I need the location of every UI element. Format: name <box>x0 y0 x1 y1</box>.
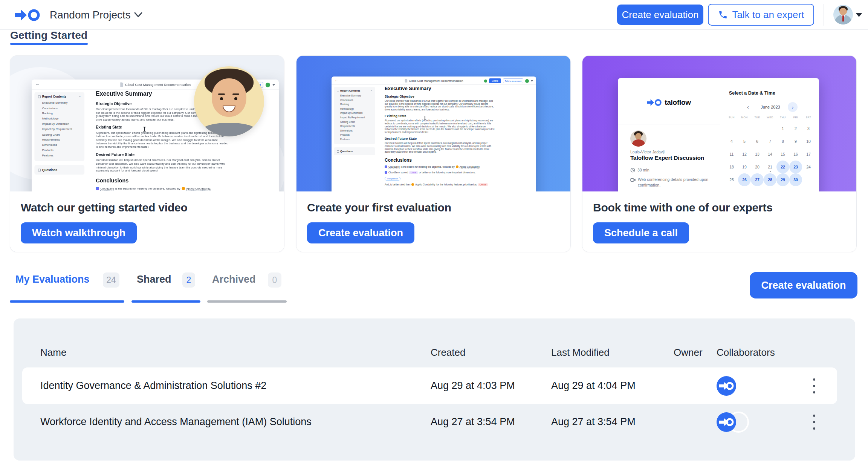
navbar-divider <box>824 4 824 26</box>
vendor-link: CloudZero <box>388 171 400 174</box>
collapse-icon: « <box>371 89 372 92</box>
calendar-weekday: TUE <box>751 116 764 119</box>
table-row[interactable]: Identity Governance & Administration Sol… <box>22 367 837 404</box>
questions-title: Questions <box>340 150 353 153</box>
calendar-weekday: MON <box>738 116 751 119</box>
report-contents-item: Impact By Dimension <box>38 121 81 126</box>
text-cursor <box>425 116 425 119</box>
bullet-text: is the best fit for meeting the objectiv… <box>401 165 455 168</box>
questions-title: Questions <box>42 168 57 171</box>
owner-avatar <box>717 412 736 432</box>
evaluation-thumbnail: ← Cloud Cost Management Recommendation S… <box>296 56 570 191</box>
tab-my-evaluations[interactable]: My Evaluations <box>15 274 90 285</box>
report-contents-item: Scoring Chart <box>38 132 81 137</box>
document-preview: ← Cloud Cost Management Recommendation S… <box>332 77 536 191</box>
talk-to-expert-mini-button: Talk to an expert <box>503 78 523 83</box>
shared-count-badge: 2 <box>182 272 195 288</box>
doc-subheading: Desired Future State <box>385 137 495 141</box>
calendar-day: 6 <box>751 135 764 148</box>
watch-walkthrough-button[interactable]: Watch walkthrough <box>21 222 137 243</box>
calendar-weekday: FRI <box>789 116 802 119</box>
calendar-day: 18 <box>725 161 738 173</box>
calendar-day: 17 <box>802 148 815 161</box>
getting-started-title: Getting Started <box>10 29 87 41</box>
text-cursor <box>144 127 145 132</box>
tab-archived[interactable]: Archived <box>212 274 256 285</box>
talk-to-expert-label: Talk to an expert <box>732 9 804 21</box>
calendar-day: 20 <box>751 161 764 173</box>
column-header-last-modified: Last Modified <box>551 347 610 358</box>
evaluation-name[interactable]: Identity Governance & Administration Sol… <box>40 367 266 404</box>
conferencing-note: Web conferencing details provided upon c… <box>630 177 710 188</box>
calendar-day: 11 <box>725 148 738 161</box>
collapse-icon: « <box>79 95 81 98</box>
taloflow-dashboard: Random Projects Create evaluation Talk t… <box>0 0 868 476</box>
user-avatar[interactable] <box>833 5 853 24</box>
select-date-time-title: Select a Date & Time <box>729 90 775 96</box>
report-contents-item: Conclusions <box>38 105 81 110</box>
event-title: Taloflow Expert Discussion <box>630 155 704 161</box>
doc-conclusions-heading: Conclusions <box>385 158 495 163</box>
getting-started-card-video[interactable]: ← Cloud Cost Management Recommendation S… <box>10 55 284 252</box>
report-contents-list: Executive SummaryConclusionsRankingMetho… <box>337 93 372 142</box>
taloflow-logo-icon <box>647 98 662 107</box>
report-contents-header: Report Contents « <box>38 95 81 98</box>
event-duration: 30 min <box>630 168 649 173</box>
duration-text: 30 min <box>637 168 649 172</box>
row-menu-kebab-icon[interactable] <box>813 415 816 430</box>
doc-subheading: Existing State <box>385 114 495 118</box>
row-menu-kebab-icon[interactable] <box>813 378 816 393</box>
presenter-brow <box>218 93 225 95</box>
calendar-grid: 1234567891011121314151617181920212223242… <box>725 122 815 186</box>
table-row[interactable]: Workforce Identity and Access Management… <box>22 404 837 440</box>
tab-shared[interactable]: Shared <box>137 274 171 285</box>
conclusion-bullet: CloudZero scored Great or better on the … <box>385 171 495 174</box>
card-body: Book time with one of our experts Schedu… <box>582 191 856 252</box>
booking-thumbnail: taloflow Louis-Victor Jadavji Taloflow E… <box>582 56 856 191</box>
booking-left-pane: taloflow Louis-Victor Jadavji Taloflow E… <box>618 78 720 191</box>
calendar-weekday: SUN <box>725 116 738 119</box>
getting-started-card-book-expert[interactable]: taloflow Louis-Victor Jadavji Taloflow E… <box>582 55 857 252</box>
getting-started-underline <box>10 43 88 45</box>
report-contents-item: Dimensions <box>38 142 81 147</box>
bullet-text: or better on the following more importan… <box>419 171 476 174</box>
tab-underline-my-evaluations <box>10 300 124 303</box>
video-thumbnail[interactable]: ← Cloud Cost Management Recommendation S… <box>10 56 284 191</box>
column-header-collaborators: Collaborators <box>717 347 775 358</box>
card-body: Create your first evaluation Create eval… <box>296 191 570 252</box>
chevron-down-icon[interactable] <box>134 12 142 18</box>
calendar-day: 16 <box>789 148 802 161</box>
report-contents-panel: Report Contents « Executive SummaryConcl… <box>334 87 375 144</box>
report-contents-header: Report Contents « <box>337 89 372 92</box>
apptio-icon <box>411 183 414 186</box>
report-contents-item: Impact By Requirement <box>38 126 81 132</box>
card-body: Watch our getting started video Watch wa… <box>10 191 284 252</box>
top-navbar: Random Projects Create evaluation Talk t… <box>0 0 868 30</box>
calendar-day: 10 <box>802 135 815 148</box>
taloflow-logo: taloflow <box>618 98 720 107</box>
document-preview-header: ← Cloud Cost Management Recommendation S… <box>332 77 536 85</box>
project-switcher[interactable]: Random Projects <box>50 9 131 21</box>
talk-to-expert-button[interactable]: Talk to an expert <box>708 4 814 26</box>
getting-started-card-evaluation[interactable]: ← Cloud Cost Management Recommendation S… <box>296 55 571 252</box>
dimension-pill-row: Integration <box>385 177 495 181</box>
presenter-webcam-circle <box>194 66 264 136</box>
calendar-day: 19 <box>738 161 751 173</box>
create-evaluation-button[interactable]: Create evaluation <box>617 5 703 25</box>
account-caret-down-icon[interactable] <box>856 13 862 17</box>
evaluation-name[interactable]: Workforce Identity and Access Management… <box>40 404 312 440</box>
apptio-icon <box>182 187 185 190</box>
create-evaluation-card-button[interactable]: Create evaluation <box>307 222 414 243</box>
taloflow-logo-icon[interactable] <box>15 8 40 22</box>
my-evaluations-count-badge: 24 <box>103 272 119 288</box>
calendar-day: 27 <box>751 173 764 186</box>
document-content: Executive Summary Strategic Objective Ou… <box>385 86 495 186</box>
calendar-day: 23 <box>789 161 802 173</box>
create-evaluation-button-main[interactable]: Create evaluation <box>750 272 857 298</box>
report-contents-item: Impact By Requirement <box>337 115 372 120</box>
calendar-day: 30 <box>789 173 802 186</box>
integration-badge: Integration <box>385 177 400 181</box>
schedule-call-button[interactable]: Schedule a call <box>593 222 689 243</box>
doc-conclusions-heading: Conclusions <box>96 177 229 184</box>
report-contents-list: Executive SummaryConclusionsRankingMetho… <box>38 100 81 158</box>
